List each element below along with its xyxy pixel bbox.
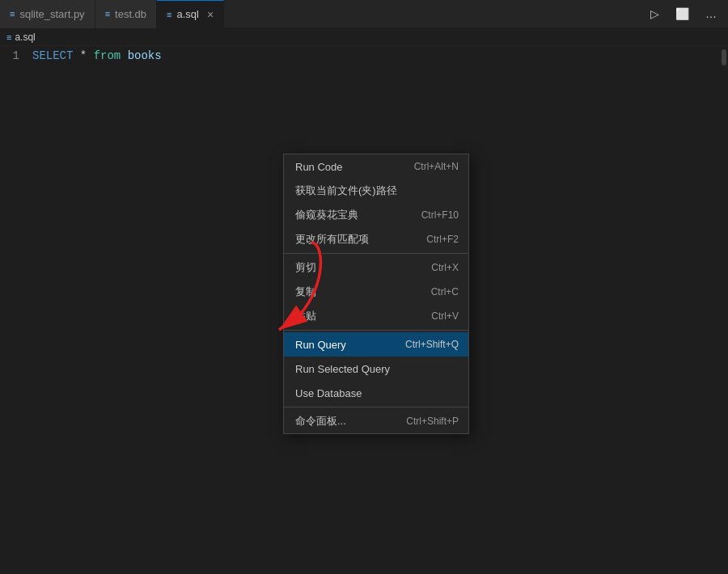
- tab-label-sqlite: sqlite_start.py: [19, 8, 84, 20]
- menu-shortcut-replace-all: Ctrl+F2: [426, 234, 459, 245]
- tab-right-controls: ▷ ⬜ …: [645, 4, 728, 23]
- menu-label-run-code: Run Code: [295, 161, 343, 173]
- menu-separator-1: [284, 253, 468, 254]
- breadcrumb-text: a.sql: [15, 32, 35, 43]
- menu-label-copy: 复制: [295, 285, 316, 299]
- scrollbar-thumb: [722, 49, 726, 65]
- more-actions-button[interactable]: …: [700, 4, 722, 23]
- menu-label-cut: 剪切: [295, 260, 316, 275]
- code-line-1: SELECT * from books: [32, 49, 162, 62]
- code-from: from: [94, 49, 121, 62]
- menu-label-run-selected-query: Run Selected Query: [295, 363, 390, 375]
- tab-asql[interactable]: ≡ a.sql ×: [157, 0, 224, 28]
- menu-shortcut-command-palette: Ctrl+Shift+P: [406, 416, 459, 427]
- menu-item-run-query[interactable]: Run Query Ctrl+Shift+Q: [284, 332, 468, 357]
- menu-shortcut-paste: Ctrl+V: [431, 310, 459, 322]
- menu-shortcut-run-code: Ctrl+Alt+N: [414, 161, 459, 172]
- code-select: SELECT: [32, 49, 73, 62]
- breadcrumb: ≡ a.sql: [0, 28, 728, 46]
- menu-label-paste: 粘贴: [295, 309, 316, 323]
- tab-bar: ≡ sqlite_start.py ≡ test.db ≡ a.sql × ▷ …: [0, 0, 728, 28]
- menu-item-replace-all[interactable]: 更改所有匹配项 Ctrl+F2: [284, 227, 468, 251]
- menu-item-copy[interactable]: 复制 Ctrl+C: [284, 280, 468, 304]
- menu-item-paste[interactable]: 粘贴 Ctrl+V: [284, 304, 468, 328]
- menu-item-peek[interactable]: 偷窥葵花宝典 Ctrl+F10: [284, 203, 468, 227]
- split-editor-button[interactable]: ⬜: [671, 4, 694, 23]
- menu-item-use-database[interactable]: Use Database: [284, 381, 468, 405]
- menu-label-command-palette: 命令面板...: [295, 414, 346, 428]
- menu-item-get-path[interactable]: 获取当前文件(夹)路径: [284, 179, 468, 203]
- menu-item-run-selected-query[interactable]: Run Selected Query: [284, 357, 468, 381]
- menu-item-command-palette[interactable]: 命令面板... Ctrl+Shift+P: [284, 409, 468, 433]
- menu-item-cut[interactable]: 剪切 Ctrl+X: [284, 255, 468, 280]
- menu-label-replace-all: 更改所有匹配项: [295, 232, 369, 247]
- menu-label-run-query: Run Query: [295, 339, 346, 351]
- editor-line-1: 1 SELECT * from books: [0, 46, 728, 62]
- tab-label-testdb: test.db: [115, 8, 146, 20]
- line-number-1: 1: [0, 49, 32, 62]
- menu-shortcut-copy: Ctrl+C: [431, 286, 459, 298]
- menu-item-run-code[interactable]: Run Code Ctrl+Alt+N: [284, 154, 468, 179]
- breadcrumb-icon: ≡: [6, 32, 11, 42]
- menu-label-peek: 偷窥葵花宝典: [295, 208, 358, 222]
- menu-separator-3: [284, 407, 468, 407]
- code-star: *: [73, 49, 93, 62]
- menu-shortcut-cut: Ctrl+X: [431, 262, 459, 273]
- run-button[interactable]: ▷: [645, 4, 664, 23]
- menu-shortcut-run-query: Ctrl+Shift+Q: [405, 339, 459, 350]
- menu-shortcut-peek: Ctrl+F10: [421, 209, 459, 221]
- code-table: books: [121, 49, 161, 62]
- tab-icon-testdb: ≡: [105, 9, 110, 19]
- tab-close-asql[interactable]: ×: [207, 9, 214, 20]
- tab-icon-asql: ≡: [167, 10, 171, 19]
- tab-label-asql: a.sql: [177, 8, 199, 20]
- editor-scrollbar[interactable]: [718, 46, 728, 574]
- context-menu: Run Code Ctrl+Alt+N 获取当前文件(夹)路径 偷窥葵花宝典 C…: [283, 154, 469, 434]
- menu-separator-2: [284, 330, 468, 331]
- menu-label-use-database: Use Database: [295, 387, 362, 399]
- tab-icon-sqlite: ≡: [10, 9, 15, 19]
- tab-testdb[interactable]: ≡ test.db: [95, 0, 157, 28]
- tab-sqlite[interactable]: ≡ sqlite_start.py: [0, 0, 95, 28]
- menu-label-get-path: 获取当前文件(夹)路径: [295, 184, 397, 198]
